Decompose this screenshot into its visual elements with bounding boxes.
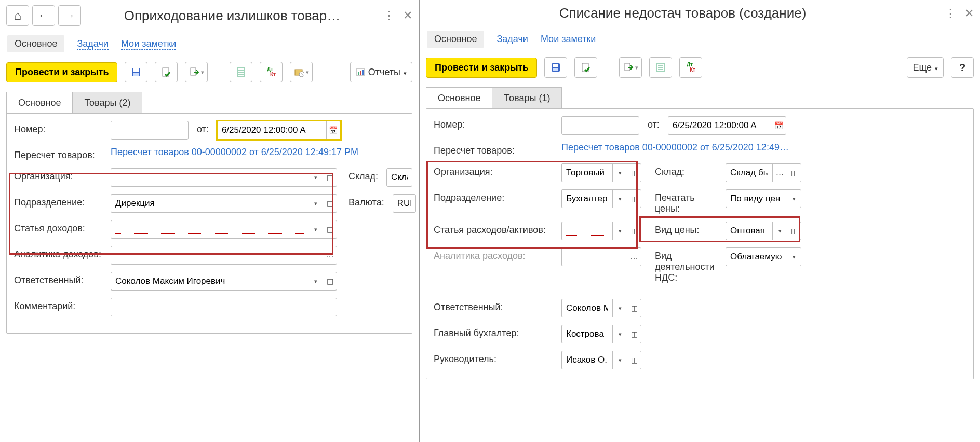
- analytics-input[interactable]: [561, 247, 627, 266]
- ellipsis-icon: [326, 252, 334, 259]
- recount-link[interactable]: Пересчет товаров 00-00000002 от 6/25/202…: [111, 147, 358, 158]
- post-button[interactable]: [574, 57, 597, 78]
- more-button[interactable]: Еще: [907, 57, 944, 78]
- post-and-close-button[interactable]: Провести и закрыть: [426, 58, 537, 78]
- chevron-down-icon: [635, 64, 638, 71]
- nav-tasks[interactable]: Задачи: [77, 38, 108, 50]
- close-window-button[interactable]: [403, 9, 412, 22]
- head-label: Руководитель:: [434, 351, 553, 365]
- date-shift-button[interactable]: [290, 62, 313, 82]
- sheet-arrow-icon: [623, 62, 634, 73]
- department-open[interactable]: [323, 194, 337, 213]
- head-dropdown[interactable]: [612, 351, 627, 369]
- income-open[interactable]: [323, 220, 337, 239]
- department-open[interactable]: [627, 189, 641, 208]
- reports-button[interactable]: Отчеты: [350, 62, 412, 82]
- calendar-button[interactable]: [772, 116, 786, 135]
- home-button[interactable]: [6, 5, 29, 26]
- organization-input[interactable]: [111, 168, 308, 187]
- analytics-ellipsis[interactable]: [323, 246, 337, 265]
- head-open[interactable]: [627, 351, 641, 369]
- recount-link[interactable]: Пересчет товаров 00-00000002 от 6/25/202…: [561, 142, 789, 153]
- save-button[interactable]: [125, 62, 147, 82]
- open-icon: [327, 173, 333, 182]
- number-input[interactable]: [111, 121, 189, 140]
- department-dropdown[interactable]: [308, 194, 323, 213]
- list-button[interactable]: [230, 62, 252, 82]
- post-button[interactable]: [155, 62, 178, 82]
- help-button[interactable]: [951, 57, 974, 78]
- svg-rect-2: [133, 73, 139, 76]
- price-type-input[interactable]: [726, 222, 772, 240]
- dtkt-button[interactable]: ДтКт: [260, 62, 283, 82]
- department-input[interactable]: [561, 189, 612, 208]
- responsible-open[interactable]: [627, 299, 641, 317]
- print-prices-input[interactable]: [726, 189, 787, 208]
- chief-accountant-open[interactable]: [627, 325, 641, 343]
- department-input[interactable]: [111, 194, 308, 213]
- organization-input[interactable]: [561, 163, 612, 182]
- tab-goods[interactable]: Товары (1): [492, 88, 561, 109]
- nav-back-button[interactable]: [32, 5, 55, 26]
- warehouse-input[interactable]: [386, 168, 412, 187]
- calendar-button[interactable]: [326, 121, 341, 140]
- list-button[interactable]: [649, 57, 672, 78]
- currency-input[interactable]: [393, 194, 416, 213]
- nav-tasks[interactable]: Задачи: [496, 34, 528, 45]
- more-actions-button[interactable]: [945, 7, 956, 20]
- analytics-ellipsis[interactable]: [627, 247, 641, 266]
- date-input[interactable]: [668, 116, 772, 135]
- organization-open[interactable]: [323, 168, 337, 187]
- analytics-input[interactable]: [111, 246, 323, 265]
- number-input[interactable]: [561, 116, 639, 135]
- nav-my-notes[interactable]: Мои заметки: [121, 38, 177, 50]
- chevron-down-icon: [793, 195, 796, 202]
- post-and-close-button[interactable]: Провести и закрыть: [6, 62, 117, 82]
- head-input[interactable]: [561, 351, 612, 369]
- close-window-button[interactable]: [964, 7, 974, 20]
- tab-main[interactable]: Основное: [426, 88, 492, 109]
- expense-input[interactable]: [561, 222, 612, 240]
- chevron-down-icon: [793, 253, 796, 260]
- comment-input[interactable]: [111, 298, 337, 316]
- date-input[interactable]: [217, 121, 326, 140]
- nav-forward-button[interactable]: [58, 5, 81, 26]
- income-input[interactable]: [111, 220, 308, 239]
- responsible-dropdown[interactable]: [308, 272, 323, 291]
- tab-goods[interactable]: Товары (2): [73, 92, 142, 114]
- department-dropdown[interactable]: [612, 189, 627, 208]
- warehouse-input[interactable]: [726, 163, 772, 182]
- print-prices-dropdown[interactable]: [787, 189, 801, 208]
- chief-accountant-input[interactable]: [561, 325, 612, 343]
- responsible-input[interactable]: [561, 299, 612, 317]
- income-dropdown[interactable]: [308, 220, 323, 239]
- tab-main[interactable]: Основное: [7, 92, 73, 114]
- svg-rect-17: [553, 68, 558, 71]
- vat-dropdown[interactable]: [787, 247, 801, 266]
- warehouse-ellipsis[interactable]: [772, 163, 787, 182]
- responsible-open[interactable]: [323, 272, 337, 291]
- price-type-dropdown[interactable]: [772, 222, 787, 240]
- organization-dropdown[interactable]: [612, 163, 627, 182]
- nav-main[interactable]: Основное: [7, 35, 64, 52]
- expense-open[interactable]: [627, 222, 641, 240]
- sheet-check-icon: [161, 67, 171, 77]
- vat-input[interactable]: [726, 247, 787, 266]
- warehouse-open[interactable]: [787, 163, 801, 182]
- save-button[interactable]: [544, 57, 567, 78]
- chief-accountant-dropdown[interactable]: [612, 325, 627, 343]
- price-type-open[interactable]: [787, 222, 801, 240]
- organization-open[interactable]: [627, 163, 641, 182]
- expense-dropdown[interactable]: [612, 222, 627, 240]
- dtkt-button[interactable]: ДтКт: [679, 57, 702, 78]
- basis-button[interactable]: [185, 62, 208, 82]
- responsible-dropdown[interactable]: [612, 299, 627, 317]
- basis-button[interactable]: [619, 57, 642, 78]
- organization-dropdown[interactable]: [308, 168, 323, 187]
- more-actions-button[interactable]: [383, 9, 395, 22]
- nav-my-notes[interactable]: Мои заметки: [541, 34, 596, 45]
- reports-icon: [356, 67, 365, 77]
- responsible-input[interactable]: [111, 272, 308, 291]
- nav-main[interactable]: Основное: [427, 31, 484, 48]
- chevron-down-icon: [404, 67, 407, 78]
